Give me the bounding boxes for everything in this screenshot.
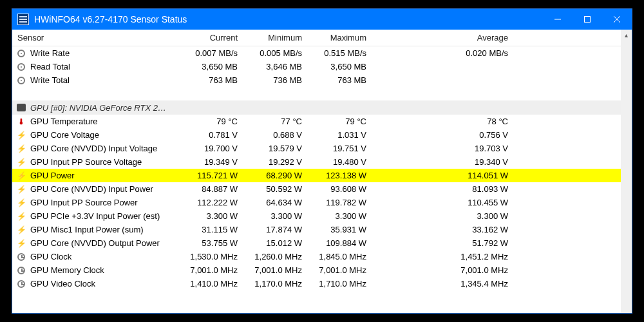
sensor-name: GPU Core Voltage <box>30 130 180 140</box>
table-row[interactable]: ⚡GPU Misc1 Input Power (sum)31.115 W17.8… <box>12 223 632 236</box>
sensor-name: GPU Video Clock <box>30 279 180 289</box>
cell-avg: 110.455 W <box>373 198 515 207</box>
sensor-name: GPU Input PP Source Voltage <box>30 157 180 167</box>
cell-max: 1.031 V <box>308 130 373 140</box>
cell-min: 1,260.0 MHz <box>244 252 308 261</box>
cell-avg: 7,001.0 MHz <box>373 265 515 275</box>
section-gap <box>12 87 632 100</box>
lightning-icon: ⚡ <box>16 171 26 181</box>
cell-cur: 115.721 W <box>180 171 244 180</box>
cell-cur: 1,530.0 MHz <box>180 252 244 261</box>
sensor-name: GPU Misc1 Input Power (sum) <box>30 225 180 234</box>
cell-max: 93.608 W <box>308 184 373 194</box>
cell-cur: 0.781 V <box>180 130 244 140</box>
sensor-name: Write Rate <box>30 48 180 58</box>
table-row[interactable]: ⚡GPU Power115.721 W68.290 W123.138 W114.… <box>12 169 632 182</box>
cell-avg: 19.703 V <box>373 144 515 153</box>
window-title: HWiNFO64 v6.27-4170 Sensor Status <box>34 14 187 24</box>
lightning-icon: ⚡ <box>16 144 26 154</box>
minimize-button[interactable] <box>543 9 573 30</box>
cell-max: 763 MB <box>308 75 373 85</box>
vertical-scrollbar[interactable]: ▴ <box>621 30 632 313</box>
cell-min: 3,646 MB <box>244 62 308 71</box>
cell-avg: 3.300 W <box>373 211 515 221</box>
table-row[interactable]: ⚡GPU Core (NVVDD) Input Power84.887 W50.… <box>12 182 632 196</box>
cell-max: 3.300 W <box>308 211 373 221</box>
table-row[interactable]: Write Total763 MB736 MB763 MB <box>12 73 632 87</box>
cell-cur: 112.222 W <box>180 198 244 207</box>
cell-min: 19.579 V <box>244 144 308 153</box>
disk-icon <box>16 75 26 86</box>
cell-avg: 1,345.4 MHz <box>373 279 515 289</box>
col-header-minimum[interactable]: Minimum <box>244 33 308 43</box>
cell-avg: 51.792 W <box>373 238 515 248</box>
cell-cur: 19.700 V <box>180 144 244 153</box>
cell-max: 1,845.0 MHz <box>308 252 373 261</box>
table-row[interactable]: ⚡GPU Core Voltage0.781 V0.688 V1.031 V0.… <box>12 128 632 142</box>
col-header-current[interactable]: Current <box>180 33 244 43</box>
table-row[interactable]: ⚡GPU Input PP Source Voltage19.349 V19.2… <box>12 155 632 169</box>
table-row[interactable]: ⚡GPU Core (NVVDD) Input Voltage19.700 V1… <box>12 142 632 155</box>
col-header-maximum[interactable]: Maximum <box>308 33 373 43</box>
cell-min: 50.592 W <box>244 184 308 194</box>
clock-icon <box>16 252 26 262</box>
cell-max: 109.884 W <box>308 238 373 248</box>
cell-max: 79 °C <box>308 117 373 126</box>
cell-cur: 53.755 W <box>180 238 244 248</box>
cell-avg: 114.051 W <box>373 171 515 180</box>
cell-min: 1,170.0 MHz <box>244 279 308 289</box>
cell-cur: 19.349 V <box>180 157 244 167</box>
titlebar[interactable]: HWiNFO64 v6.27-4170 Sensor Status <box>12 9 632 30</box>
cell-cur: 31.115 W <box>180 225 244 234</box>
table-row[interactable]: ⚡GPU Input PP Source Power112.222 W64.63… <box>12 196 632 209</box>
cell-avg: 78 °C <box>373 117 515 126</box>
lightning-icon: ⚡ <box>16 184 26 194</box>
app-window: HWiNFO64 v6.27-4170 Sensor Status Sensor… <box>12 8 632 314</box>
cell-min: 17.874 W <box>244 225 308 234</box>
cell-max: 123.138 W <box>308 171 373 180</box>
cell-min: 19.292 V <box>244 157 308 167</box>
cell-cur: 3,650 MB <box>180 62 244 71</box>
gpu-chip-icon <box>16 102 26 113</box>
close-button[interactable] <box>602 9 632 30</box>
cell-min: 77 °C <box>244 117 308 126</box>
lightning-icon: ⚡ <box>16 225 26 235</box>
cell-min: 7,001.0 MHz <box>244 265 308 275</box>
table-row[interactable]: 🌡GPU Temperature79 °C77 °C79 °C78 °C <box>12 115 632 128</box>
cell-min: 68.290 W <box>244 171 308 180</box>
lightning-icon: ⚡ <box>16 211 26 222</box>
sensor-name: GPU Input PP Source Power <box>30 198 180 207</box>
thermometer-icon: 🌡 <box>16 117 26 127</box>
cell-max: 1,710.0 MHz <box>308 279 373 289</box>
cell-max: 35.931 W <box>308 225 373 234</box>
svg-rect-1 <box>585 17 591 23</box>
table-row[interactable]: GPU Video Clock1,410.0 MHz1,170.0 MHz1,7… <box>12 277 632 290</box>
column-header-row[interactable]: Sensor Current Minimum Maximum Average <box>12 30 632 46</box>
cell-avg: 0.020 MB/s <box>373 48 515 58</box>
maximize-button[interactable] <box>573 9 602 30</box>
cell-min: 64.634 W <box>244 198 308 207</box>
cell-max: 19.480 V <box>308 157 373 167</box>
lightning-icon: ⚡ <box>16 157 26 167</box>
sensor-name: GPU Core (NVVDD) Input Power <box>30 184 180 194</box>
cell-min: 0.005 MB/s <box>244 48 308 58</box>
sensor-name: GPU Power <box>30 171 180 180</box>
app-icon <box>17 14 29 25</box>
cell-min: 3.300 W <box>244 211 308 221</box>
cell-cur: 1,410.0 MHz <box>180 279 244 289</box>
table-row[interactable]: Write Rate0.007 MB/s0.005 MB/s0.515 MB/s… <box>12 46 632 60</box>
col-header-average[interactable]: Average <box>373 33 515 43</box>
table-row[interactable]: GPU Clock1,530.0 MHz1,260.0 MHz1,845.0 M… <box>12 250 632 263</box>
sensor-name: Write Total <box>30 75 180 85</box>
cell-cur: 0.007 MB/s <box>180 48 244 58</box>
cell-cur: 7,001.0 MHz <box>180 265 244 275</box>
cell-min: 736 MB <box>244 75 308 85</box>
table-row[interactable]: ⚡GPU PCIe +3.3V Input Power (est)3.300 W… <box>12 209 632 223</box>
sensor-name: GPU Core (NVVDD) Input Voltage <box>30 144 180 153</box>
col-header-sensor[interactable]: Sensor <box>12 33 180 43</box>
scroll-up-icon[interactable]: ▴ <box>621 30 632 41</box>
table-row[interactable]: GPU Memory Clock7,001.0 MHz7,001.0 MHz7,… <box>12 263 632 277</box>
table-row[interactable]: ⚡GPU Core (NVVDD) Output Power53.755 W15… <box>12 236 632 250</box>
table-row[interactable]: Read Total3,650 MB3,646 MB3,650 MB <box>12 60 632 73</box>
section-header[interactable]: GPU [#0]: NVIDIA GeForce RTX 2… <box>12 100 632 115</box>
